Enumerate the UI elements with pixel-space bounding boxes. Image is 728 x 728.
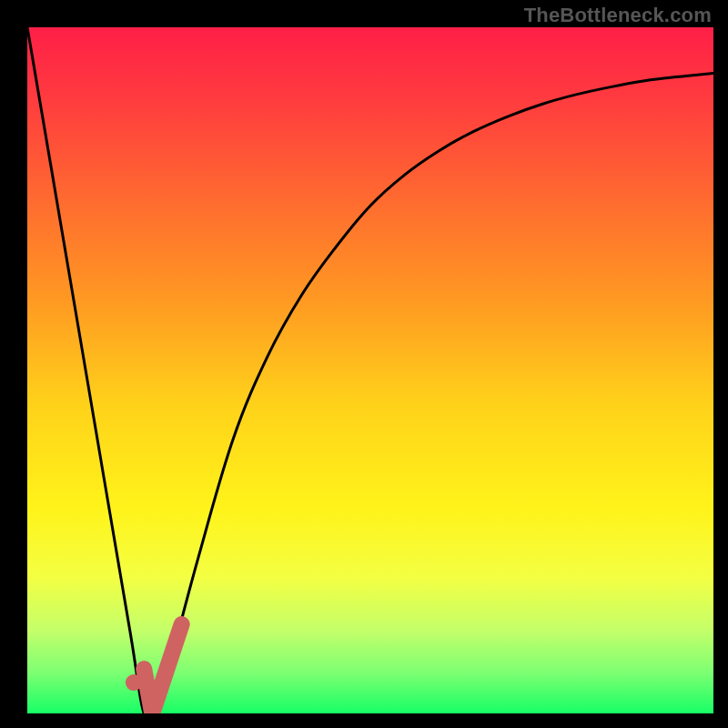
chart-svg <box>27 27 713 713</box>
chart-frame: TheBottleneck.com <box>0 0 728 728</box>
highlight-point <box>126 674 142 691</box>
plot-area <box>27 27 713 713</box>
watermark-label: TheBottleneck.com <box>524 4 712 27</box>
gradient-background <box>27 27 713 713</box>
